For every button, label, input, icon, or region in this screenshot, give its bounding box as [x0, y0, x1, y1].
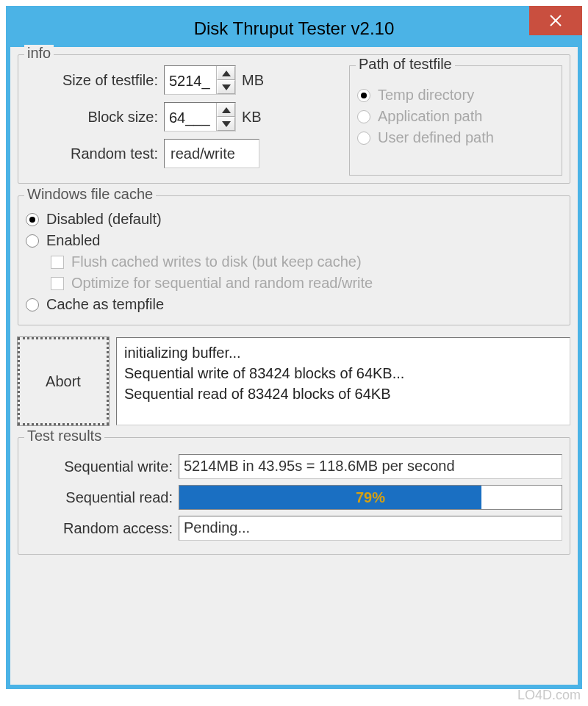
log-line: Sequential write of 83424 blocks of 64KB… [124, 363, 562, 383]
log-output: initializing buffer... Sequential write … [116, 337, 570, 425]
cache-legend: Windows file cache [24, 186, 156, 203]
abort-label: Abort [46, 373, 81, 390]
cache-enabled-radio[interactable]: Enabled [26, 232, 562, 249]
block-input[interactable]: 64___ [164, 102, 236, 132]
close-button[interactable] [529, 6, 582, 35]
triangle-up-icon [222, 71, 231, 76]
path-temp-radio[interactable]: Temp directory [357, 87, 554, 104]
run-section: Abort initializing buffer... Sequential … [18, 337, 570, 425]
triangle-down-icon [222, 84, 231, 90]
cache-enabled-label: Enabled [46, 232, 100, 249]
cache-disabled-radio[interactable]: Disabled (default) [26, 211, 562, 228]
seq-write-label: Sequential write: [26, 458, 173, 475]
triangle-up-icon [222, 107, 231, 113]
info-group: info Size of testfile: 5214_ MB [18, 54, 570, 184]
flush-checkbox[interactable]: Flush cached writes to disk (but keep ca… [51, 253, 562, 270]
seq-write-value: 5214MB in 43.95s = 118.6MB per second [179, 454, 562, 479]
log-line: Sequential read of 83424 blocks of 64KB [124, 383, 562, 404]
block-spinner[interactable] [216, 103, 235, 131]
window-title: Disk Thruput Tester v2.10 [194, 18, 395, 39]
close-icon [548, 13, 563, 28]
path-user-label: User defined path [378, 129, 494, 146]
block-unit: KB [242, 109, 271, 126]
optimize-checkbox[interactable]: Optimize for sequential and random read/… [51, 275, 562, 292]
main-window: Disk Thruput Tester v2.10 info Size of t… [6, 6, 582, 689]
watermark: LO4D.com [517, 688, 581, 703]
size-label: Size of testfile: [26, 72, 158, 89]
size-spinner[interactable] [216, 66, 235, 94]
random-label: Random test: [26, 145, 158, 162]
results-legend: Test results [24, 428, 104, 444]
path-group: Path of testfile Temp directory Applicat… [349, 65, 562, 176]
size-up-button[interactable] [217, 66, 235, 80]
random-test-select[interactable]: read/write [164, 139, 259, 168]
block-value[interactable]: 64___ [165, 103, 216, 131]
size-unit: MB [242, 72, 271, 89]
cache-disabled-label: Disabled (default) [46, 211, 162, 228]
path-user-radio[interactable]: User defined path [357, 129, 554, 146]
seq-read-label: Sequential read: [26, 489, 173, 506]
block-label: Block size: [26, 109, 158, 126]
path-app-label: Application path [378, 108, 482, 125]
cache-tempfile-label: Cache as tempfile [46, 296, 164, 313]
size-value[interactable]: 5214_ [165, 66, 216, 94]
size-down-button[interactable] [217, 80, 235, 94]
random-access-value: Pending... [179, 516, 562, 541]
path-temp-label: Temp directory [378, 87, 474, 104]
abort-button[interactable]: Abort [18, 337, 109, 425]
triangle-down-icon [222, 121, 231, 127]
block-up-button[interactable] [217, 103, 235, 117]
seq-read-progress: 79% [179, 485, 562, 510]
optimize-label: Optimize for sequential and random read/… [71, 275, 373, 292]
content-area: info Size of testfile: 5214_ MB [10, 47, 578, 574]
block-down-button[interactable] [217, 117, 235, 131]
titlebar[interactable]: Disk Thruput Tester v2.10 [10, 10, 578, 47]
random-access-label: Random access: [26, 520, 173, 537]
flush-label: Flush cached writes to disk (but keep ca… [71, 253, 362, 270]
cache-group: Windows file cache Disabled (default) En… [18, 195, 570, 325]
progress-percent: 79% [179, 486, 562, 509]
path-legend: Path of testfile [356, 56, 455, 73]
info-legend: info [24, 45, 54, 62]
results-group: Test results Sequential write: 5214MB in… [18, 437, 570, 555]
path-app-radio[interactable]: Application path [357, 108, 554, 125]
log-line: initializing buffer... [124, 342, 562, 363]
size-input[interactable]: 5214_ [164, 65, 236, 95]
cache-tempfile-radio[interactable]: Cache as tempfile [26, 296, 562, 313]
